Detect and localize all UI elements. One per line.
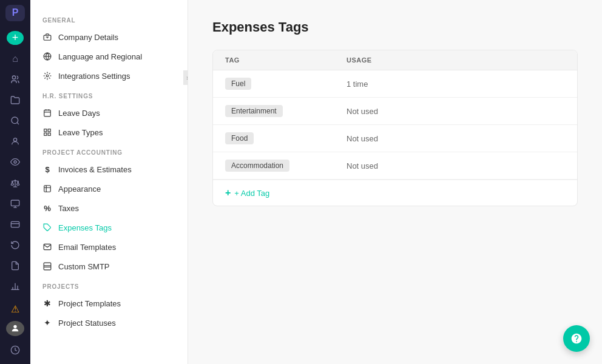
list-icon xyxy=(42,127,52,137)
sidebar-item-invoices[interactable]: $ Invoices & Estimates xyxy=(30,160,188,179)
svg-rect-5 xyxy=(11,221,19,227)
search-icon[interactable] xyxy=(4,112,26,130)
sidebar-label: Email Templates xyxy=(58,243,116,252)
sidebar-collapse-btn[interactable]: › xyxy=(183,70,188,85)
tag-cell: Entertain­ment xyxy=(225,105,347,117)
home-icon[interactable]: ⌂ xyxy=(4,50,26,68)
svg-point-10 xyxy=(13,325,16,328)
section-title-pa: PROJECT ACCOUNTING xyxy=(30,142,188,160)
template-icon: ✱ xyxy=(42,298,52,308)
expenses-tags-card: TAG USAGE Fuel 1 time Entertain­ment Not… xyxy=(212,50,578,206)
svg-rect-22 xyxy=(48,129,50,132)
table-header: TAG USAGE xyxy=(213,50,577,70)
sidebar-label: Project Statuses xyxy=(58,318,116,328)
svg-rect-4 xyxy=(11,200,19,206)
sidebar-item-integrations[interactable]: Integrations Settings xyxy=(30,66,188,86)
sidebar-label: Invoices & Estimates xyxy=(58,165,132,174)
sidebar-item-expenses-tags[interactable]: Expenses Tags xyxy=(30,218,188,237)
plus-icon: + xyxy=(225,187,231,198)
avatar[interactable] xyxy=(6,321,24,336)
table-row[interactable]: Food Not used xyxy=(213,125,577,152)
status-icon: ✦ xyxy=(42,318,52,328)
sidebar-item-leave-days[interactable]: Leave Days xyxy=(30,103,188,123)
sidebar-item-email-templates[interactable]: Email Templates xyxy=(30,237,188,257)
col-tag-header: TAG xyxy=(225,56,347,64)
sidebar-item-custom-smtp[interactable]: Custom SMTP xyxy=(30,257,188,276)
sidebar-label: Taxes xyxy=(58,204,79,213)
app-logo[interactable]: P xyxy=(5,5,25,21)
folder-icon[interactable] xyxy=(4,91,26,109)
add-button[interactable]: + xyxy=(7,31,24,45)
svg-point-0 xyxy=(12,76,15,79)
section-project-accounting: PROJECT ACCOUNTING $ Invoices & Estimate… xyxy=(30,142,188,276)
globe-icon xyxy=(42,52,52,61)
smtp-icon xyxy=(42,261,52,271)
add-tag-label: + Add Tag xyxy=(234,189,269,198)
person-icon[interactable] xyxy=(4,132,26,150)
refresh-icon[interactable] xyxy=(4,236,26,254)
bar-chart-icon[interactable] xyxy=(4,277,26,295)
tag-cell: Food xyxy=(225,132,347,144)
users-icon[interactable] xyxy=(4,70,26,89)
svg-point-16 xyxy=(46,75,49,77)
sidebar-item-language[interactable]: Language and Regional xyxy=(30,47,188,66)
sidebar-item-taxes[interactable]: % Taxes xyxy=(30,198,188,218)
sidebar-label: Appearance xyxy=(58,184,101,194)
clock-icon[interactable] xyxy=(4,341,26,359)
sidebar-label: Custom SMTP xyxy=(58,262,110,271)
svg-rect-21 xyxy=(44,129,47,132)
sidebar-label: Leave Types xyxy=(58,128,103,137)
integration-icon xyxy=(42,71,52,81)
section-projects: PROJECTS ✱ Project Templates ✦ Project S… xyxy=(30,276,188,332)
usage-cell: 1 time xyxy=(347,79,565,89)
sidebar-label: Expenses Tags xyxy=(58,223,112,232)
sidebar-label: Leave Days xyxy=(58,109,100,118)
usage-cell: Not used xyxy=(347,161,565,170)
add-tag-button[interactable]: + + Add Tag xyxy=(213,180,577,206)
sidebar-item-project-templates[interactable]: ✱ Project Templates xyxy=(30,294,188,313)
appearance-icon xyxy=(42,184,52,194)
calendar-icon xyxy=(42,108,52,118)
section-title-general: GENERAL xyxy=(30,10,188,27)
tag-badge: Fuel xyxy=(225,78,251,90)
tag-cell: Accomm­odation xyxy=(225,160,347,172)
section-general: GENERAL Company Details Language and Reg… xyxy=(30,10,188,86)
file-icon[interactable] xyxy=(4,257,26,275)
svg-rect-17 xyxy=(44,110,51,116)
table-row[interactable]: Fuel 1 time xyxy=(213,70,577,98)
card-icon[interactable] xyxy=(4,215,26,234)
usage-cell: Not used xyxy=(347,134,565,143)
email-icon xyxy=(42,242,52,252)
svg-rect-27 xyxy=(44,263,51,270)
tag-badge: Entertain­ment xyxy=(225,105,283,117)
sidebar-item-project-statuses[interactable]: ✦ Project Statuses xyxy=(30,313,188,332)
usage-cell: Not used xyxy=(347,107,565,116)
sidebar-item-company-details[interactable]: Company Details xyxy=(30,27,188,47)
page-title: Expenses Tags xyxy=(212,19,578,35)
alert-icon[interactable]: ⚠ xyxy=(4,300,26,318)
company-icon xyxy=(42,32,52,42)
eye-icon[interactable] xyxy=(4,153,26,171)
section-hr: H.R. SETTINGS Leave Days Leave Types xyxy=(30,86,188,142)
sidebar-label: Integrations Settings xyxy=(58,72,130,81)
scales-icon[interactable] xyxy=(4,174,26,192)
chart-icon[interactable] xyxy=(4,195,26,213)
svg-rect-23 xyxy=(48,133,50,135)
sidebar-label: Language and Regional xyxy=(58,52,142,61)
table-row[interactable]: Entertain­ment Not used xyxy=(213,98,577,125)
table-row[interactable]: Accomm­odation Not used xyxy=(213,152,577,180)
tag-cell: Fuel xyxy=(225,78,347,90)
col-usage-header: USAGE xyxy=(347,56,565,64)
svg-rect-24 xyxy=(44,133,47,135)
sidebar-label: Project Templates xyxy=(58,299,121,308)
percent-icon: % xyxy=(42,203,52,213)
svg-rect-25 xyxy=(44,186,51,192)
icon-rail: P + ⌂ ⚠ xyxy=(0,0,30,364)
svg-point-1 xyxy=(12,117,18,124)
dollar-icon: $ xyxy=(42,164,52,174)
sidebar-item-leave-types[interactable]: Leave Types xyxy=(30,123,188,142)
svg-point-3 xyxy=(14,161,16,163)
sidebar: › GENERAL Company Details Language and R… xyxy=(30,0,188,364)
sidebar-item-appearance[interactable]: Appearance xyxy=(30,179,188,198)
support-bubble[interactable] xyxy=(563,325,590,352)
